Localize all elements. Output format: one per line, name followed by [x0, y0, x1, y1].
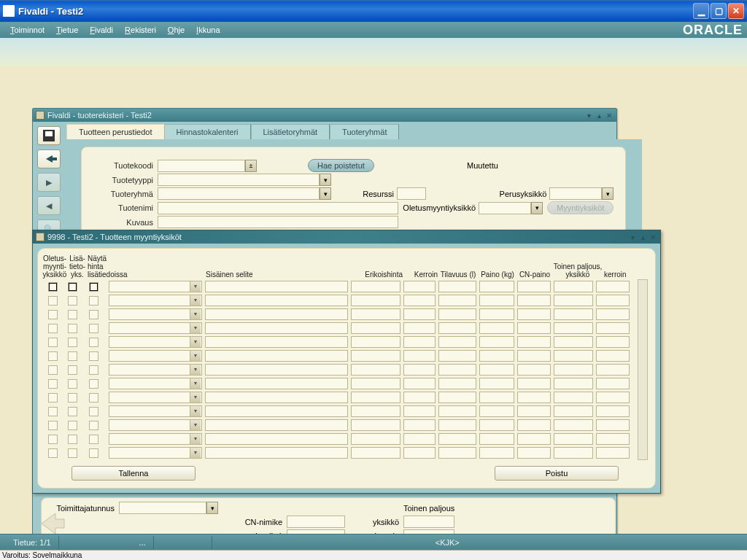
cnpaino-input[interactable] [517, 378, 551, 389]
oletus-checkbox[interactable] [48, 324, 58, 333]
tilavuus-input[interactable] [438, 433, 476, 445]
toinen-yksikko-input[interactable] [554, 378, 593, 389]
maximize-button[interactable]: ▢ [711, 3, 727, 19]
tuotetyyppi-input[interactable] [158, 174, 320, 186]
toinen-yksikko-input[interactable] [554, 447, 593, 459]
tilavuus-input[interactable] [438, 295, 476, 306]
tilavuus-input[interactable] [438, 447, 476, 459]
erikoishinta-input[interactable] [351, 308, 400, 320]
tilavuus-input[interactable] [438, 392, 476, 403]
cnpaino-input[interactable] [517, 295, 551, 306]
oletus-checkbox[interactable] [48, 365, 58, 375]
nayta-checkbox[interactable] [89, 296, 98, 306]
paino-input[interactable] [479, 281, 514, 292]
toinen-yksikko-input[interactable] [554, 281, 593, 292]
cnpaino-input[interactable] [517, 405, 551, 417]
toinen-kerroin-input[interactable] [596, 447, 630, 459]
nayta-checkbox[interactable] [89, 421, 98, 430]
tilavuus-input[interactable] [438, 281, 476, 292]
sisainen-selite-input[interactable] [205, 405, 348, 417]
oletus-checkbox[interactable] [48, 310, 58, 319]
paino-input[interactable] [479, 392, 514, 403]
lisatieto-checkbox[interactable] [68, 393, 77, 402]
sisainen-selite-input[interactable] [205, 392, 348, 403]
toinen-kerroin-input[interactable] [596, 419, 630, 431]
yksikko-input[interactable] [403, 516, 454, 528]
sisainen-selite-input[interactable] [205, 433, 348, 445]
kerroin-input[interactable] [403, 419, 436, 431]
toinen-yksikko-input[interactable] [554, 350, 593, 362]
lisatieto-checkbox[interactable] [68, 435, 77, 444]
erikoishinta-input[interactable] [351, 378, 400, 389]
kerroin-input[interactable] [403, 364, 436, 376]
units-minimize-icon[interactable]: ▾ [628, 233, 637, 241]
unit-select[interactable] [109, 308, 202, 320]
cnpaino-input[interactable] [517, 447, 551, 459]
menu-ohje[interactable]: Ohje [162, 24, 190, 36]
inner-close-icon[interactable]: ✕ [605, 111, 614, 120]
tilavuus-input[interactable] [438, 419, 476, 431]
nayta-checkbox[interactable] [89, 448, 98, 458]
nayta-checkbox[interactable] [89, 379, 98, 389]
nayta-checkbox[interactable] [89, 407, 98, 416]
menu-fivaldi[interactable]: Fivaldi [84, 24, 119, 36]
sisainen-selite-input[interactable] [205, 308, 348, 320]
lisatieto-checkbox[interactable] [68, 310, 77, 319]
nayta-checkbox[interactable] [89, 365, 98, 375]
kerroin-input[interactable] [403, 392, 436, 403]
cnpaino-input[interactable] [517, 419, 551, 431]
unit-select[interactable] [109, 433, 202, 445]
tab-hinnastokalenteri[interactable]: Hinnastokalenteri [164, 124, 251, 139]
lisatieto-checkbox[interactable] [68, 407, 77, 416]
erikoishinta-input[interactable] [351, 392, 400, 403]
paino-input[interactable] [479, 364, 514, 376]
tilavuus-input[interactable] [438, 336, 476, 348]
toinen-kerroin-input[interactable] [596, 378, 630, 389]
paino-input[interactable] [479, 322, 514, 334]
toinen-yksikko-input[interactable] [554, 364, 593, 376]
toinen-yksikko-input[interactable] [554, 392, 593, 403]
unit-select[interactable] [109, 405, 202, 417]
kerroin-input[interactable] [403, 336, 436, 348]
toinen-yksikko-input[interactable] [554, 308, 593, 320]
minimize-button[interactable]: ▁ [693, 3, 709, 19]
lisatieto-checkbox[interactable] [68, 365, 77, 375]
toinen-kerroin-input[interactable] [596, 433, 630, 445]
oletus-checkbox[interactable] [48, 351, 58, 361]
myyntiyksikot-button[interactable]: Myyntiyksiköt [547, 201, 614, 214]
unit-select[interactable] [109, 336, 202, 348]
resurssi-input[interactable] [397, 187, 426, 200]
paino-input[interactable] [479, 447, 514, 459]
unit-select[interactable] [109, 364, 202, 376]
kerroin-input[interactable] [403, 350, 436, 362]
cn-nimike-input[interactable] [287, 516, 345, 528]
nayta-checkbox[interactable] [89, 351, 98, 361]
cnpaino-input[interactable] [517, 350, 551, 362]
lisatieto-checkbox[interactable] [68, 351, 77, 361]
paino-input[interactable] [479, 419, 514, 431]
erikoishinta-input[interactable] [351, 364, 400, 376]
oletus-checkbox[interactable] [48, 407, 58, 416]
menu-ikkuna[interactable]: Ikkuna [190, 24, 225, 36]
paino-input[interactable] [479, 295, 514, 306]
erikoishinta-input[interactable] [351, 447, 400, 459]
back-button[interactable] [37, 149, 61, 168]
cnpaino-input[interactable] [517, 433, 551, 445]
toimittajatunnus-input[interactable] [119, 502, 206, 514]
menu-toiminnot[interactable]: Toiminnot [4, 24, 50, 36]
inner-minimize-icon[interactable]: ▾ [584, 111, 593, 120]
unit-select[interactable] [109, 295, 202, 306]
units-maximize-icon[interactable]: ▴ [638, 233, 647, 241]
paino-input[interactable] [479, 433, 514, 445]
toinen-kerroin-input[interactable] [596, 392, 630, 403]
toinen-kerroin-input[interactable] [596, 322, 630, 334]
kerroin-input[interactable] [403, 322, 436, 334]
sisainen-selite-input[interactable] [205, 322, 348, 334]
sisainen-selite-input[interactable] [205, 281, 348, 292]
tilavuus-input[interactable] [438, 308, 476, 320]
units-titlebar[interactable]: 9998 - Testi2 - Tuotteen myyntiyksiköt ▾… [33, 230, 660, 244]
kuvaus-input[interactable] [158, 216, 398, 228]
toimittajatunnus-dropdown[interactable]: ▾ [206, 502, 218, 514]
toinen-kerroin-input[interactable] [596, 295, 630, 306]
oletus-checkbox[interactable] [48, 282, 58, 292]
